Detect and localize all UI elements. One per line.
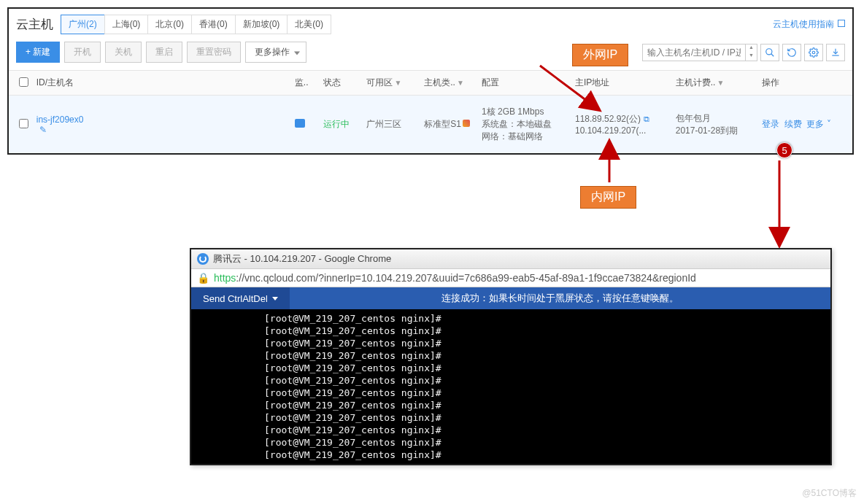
search-box: ▲▼ bbox=[642, 44, 757, 61]
vnc-status-message: 连接成功：如果长时间处于黑屏状态，请按任意键唤醒。 bbox=[290, 292, 830, 305]
col-ip: 主IP地址 bbox=[572, 77, 673, 89]
lock-icon: 🔒 bbox=[197, 272, 209, 284]
table-header: ID/主机名 监.. 状态 可用区▼ 主机类..▼ 配置 主IP地址 主机计费.… bbox=[9, 70, 852, 96]
monitor-icon[interactable] bbox=[295, 119, 305, 128]
login-action[interactable]: 登录 bbox=[762, 119, 779, 129]
download-icon[interactable] bbox=[826, 44, 845, 61]
col-status: 状态 bbox=[320, 77, 363, 89]
arrow-step5 bbox=[772, 157, 787, 252]
region-tab-shanghai[interactable]: 上海(0) bbox=[104, 15, 149, 34]
col-monitor: 监.. bbox=[292, 77, 320, 89]
col-config: 配置 bbox=[479, 77, 572, 89]
billing-value: 包年包月 2017-01-28到期 bbox=[673, 112, 759, 137]
chevron-down-icon bbox=[294, 51, 300, 55]
filter-icon[interactable]: ▼ bbox=[394, 79, 401, 87]
watermark: @51CTO博客 bbox=[802, 487, 857, 500]
region-tab-hongkong[interactable]: 香港(0) bbox=[191, 15, 236, 34]
region-tab-beijing[interactable]: 北京(0) bbox=[147, 15, 192, 34]
region-tab-singapore[interactable]: 新加坡(0) bbox=[235, 15, 288, 34]
row-checkbox[interactable] bbox=[19, 119, 28, 128]
vnc-browser-window: 腾讯云 - 10.104.219.207 - Google Chrome 🔒 h… bbox=[190, 248, 832, 465]
ip-value: 118.89.52.92(公)⧉ 10.104.219.207(... bbox=[572, 113, 673, 136]
config-value: 1核 2GB 1Mbps 系统盘：本地磁盘 网络：基础网络 bbox=[479, 106, 572, 143]
step-badge-5: 5 bbox=[776, 142, 792, 158]
vnc-toolbar: Send CtrlAltDel 连接成功：如果长时间处于黑屏状态，请按任意键唤醒… bbox=[191, 287, 830, 309]
zone-value: 广州三区 bbox=[363, 118, 421, 131]
svg-point-2 bbox=[812, 51, 815, 54]
renew-action[interactable]: 续费 bbox=[784, 119, 802, 129]
callout-lan-ip: 内网IP bbox=[580, 186, 636, 209]
region-tab-guangzhou[interactable]: 广州(2) bbox=[61, 15, 105, 34]
filter-icon[interactable]: ▼ bbox=[717, 79, 724, 87]
type-badge-icon bbox=[463, 120, 470, 127]
status-running: 运行中 bbox=[320, 118, 363, 131]
more-action[interactable]: 更多 ˅ bbox=[806, 119, 830, 129]
callout-wan-ip: 外网IP bbox=[572, 44, 628, 66]
usage-guide-link[interactable]: 云主机使用指南 bbox=[773, 18, 845, 31]
refresh-icon[interactable] bbox=[782, 44, 801, 61]
region-tabs: 广州(2) 上海(0) 北京(0) 香港(0) 新加坡(0) 北美(0) bbox=[61, 15, 331, 34]
chevron-down-icon bbox=[272, 297, 278, 301]
start-button[interactable]: 开机 bbox=[64, 42, 101, 63]
col-id: ID/主机名 bbox=[34, 77, 292, 89]
filter-icon[interactable]: ▼ bbox=[457, 79, 464, 87]
create-button[interactable]: + 新建 bbox=[16, 42, 60, 63]
instance-id-link[interactable]: ins-jf209ex0 bbox=[36, 115, 84, 125]
col-ops: 操作 bbox=[759, 77, 845, 89]
browser-favicon bbox=[197, 253, 209, 265]
terminal-output[interactable]: [root@VM_219_207_centos nginx]# [root@VM… bbox=[191, 309, 830, 464]
reset-password-button[interactable]: 重置密码 bbox=[187, 42, 241, 63]
browser-url-bar[interactable]: 🔒 https://vnc.qcloud.com/?innerIp=10.104… bbox=[191, 269, 830, 287]
svg-point-0 bbox=[766, 48, 772, 54]
col-billing: 主机计费..▼ bbox=[673, 77, 759, 89]
edit-icon[interactable]: ✎ bbox=[39, 125, 47, 135]
region-tab-na[interactable]: 北美(0) bbox=[287, 15, 331, 34]
external-link-icon bbox=[838, 20, 845, 27]
type-value: 标准型S1 bbox=[421, 118, 479, 131]
page-title: 云主机 bbox=[16, 16, 53, 33]
browser-titlebar: 腾讯云 - 10.104.219.207 - Google Chrome bbox=[191, 249, 830, 269]
send-ctrlaltdel-button[interactable]: Send CtrlAltDel bbox=[191, 287, 290, 309]
svg-line-1 bbox=[771, 53, 774, 56]
search-input[interactable] bbox=[643, 44, 745, 61]
cloud-host-panel: 云主机 广州(2) 上海(0) 北京(0) 香港(0) 新加坡(0) 北美(0)… bbox=[7, 7, 854, 155]
col-zone: 可用区▼ bbox=[363, 77, 421, 89]
browser-window-title: 腾讯云 - 10.104.219.207 - Google Chrome bbox=[213, 252, 391, 265]
copy-icon[interactable]: ⧉ bbox=[644, 115, 649, 123]
select-all-checkbox[interactable] bbox=[19, 77, 28, 87]
search-icon[interactable] bbox=[760, 44, 779, 61]
more-actions-dropdown[interactable]: 更多操作 bbox=[245, 42, 306, 63]
table-row: ins-jf209ex0 ✎ 运行中 广州三区 标准型S1 1核 2GB 1Mb… bbox=[9, 96, 852, 153]
col-type: 主机类..▼ bbox=[421, 77, 479, 89]
stop-button[interactable]: 关机 bbox=[105, 42, 142, 63]
reboot-button[interactable]: 重启 bbox=[146, 42, 182, 63]
search-stepper[interactable]: ▲▼ bbox=[745, 44, 757, 61]
settings-icon[interactable] bbox=[804, 44, 823, 61]
